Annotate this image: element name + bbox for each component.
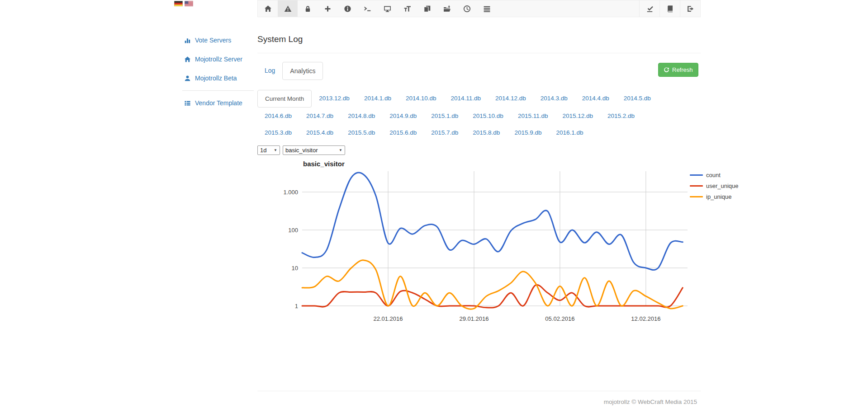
us-flag-icon[interactable] <box>185 1 193 6</box>
svg-text:22.01.2016: 22.01.2016 <box>373 315 403 322</box>
legend-item-count: count <box>690 172 739 178</box>
db-tab-2015-11-db[interactable]: 2015.11.db <box>511 108 555 124</box>
interval-select-value: 1d <box>260 147 266 154</box>
legend-item-user-unique: user_unique <box>690 183 739 189</box>
db-tab-2014-6-db[interactable]: 2014.6.db <box>257 108 299 124</box>
db-tab-2015-10-db[interactable]: 2015.10.db <box>465 108 511 124</box>
db-tab-current-month[interactable]: Current Month <box>257 90 312 108</box>
svg-text:10: 10 <box>292 265 298 272</box>
db-tab-2013-12-db[interactable]: 2013.12.db <box>312 90 357 107</box>
sidebar-item-vendor-template[interactable]: Vendor Template <box>174 94 254 112</box>
legend-label: user_unique <box>706 183 739 189</box>
legend-label: count <box>706 172 721 178</box>
legend-swatch <box>690 185 703 187</box>
legend-label: ip_unique <box>706 193 731 200</box>
db-tab-2015-5-db[interactable]: 2015.5.db <box>341 124 382 141</box>
db-tab-2016-1-db[interactable]: 2016.1.db <box>549 124 590 141</box>
main-panel: System Log LogAnalytics Refresh Current … <box>257 0 701 417</box>
interval-select[interactable]: 1d ▼ <box>257 145 280 155</box>
user-icon <box>184 75 191 82</box>
db-tab-2014-11-db[interactable]: 2014.11.db <box>444 90 489 107</box>
sidebar-item-label: Mojotrollz Beta <box>195 75 237 82</box>
sidebar-item-mojotrollz-server[interactable]: Mojotrollz Server <box>174 50 254 69</box>
footer-text: mojotrollz © WebCraft Media 2015 <box>604 398 697 405</box>
chart-legend: countuser_uniqueip_unique <box>690 172 739 200</box>
svg-text:1.000: 1.000 <box>283 189 298 196</box>
chevron-down-icon: ▼ <box>274 148 277 152</box>
svg-text:29.01.2016: 29.01.2016 <box>459 315 489 322</box>
legend-swatch <box>690 174 703 176</box>
view-tabs: LogAnalytics <box>257 62 323 80</box>
db-tab-2014-12-db[interactable]: 2014.12.db <box>488 90 533 107</box>
metric-select[interactable]: basic_visitor ▼ <box>283 145 345 155</box>
legend-swatch <box>690 196 703 197</box>
svg-text:12.02.2016: 12.02.2016 <box>631 315 660 322</box>
sidebar-item-mojotrollz-beta[interactable]: Mojotrollz Beta <box>174 69 254 88</box>
german-flag-icon[interactable] <box>174 1 183 6</box>
sidebar: Vote ServersMojotrollz ServerMojotrollz … <box>174 31 254 112</box>
tab-log[interactable]: Log <box>257 62 282 79</box>
footer-divider <box>257 391 701 391</box>
db-tab-2014-4-db[interactable]: 2014.4.db <box>575 90 617 107</box>
db-tab-row: 2014.6.db2014.7.db2014.8.db2014.9.db2015… <box>257 108 710 124</box>
db-tab-row: 2015.3.db2015.4.db2015.5.db2015.6.db2015… <box>257 124 710 141</box>
svg-text:1: 1 <box>295 303 298 309</box>
sidebar-item-label: Vendor Template <box>195 99 242 107</box>
chart-area: 1101001.00022.01.201629.01.201605.02.201… <box>257 159 764 331</box>
db-tab-2015-3-db[interactable]: 2015.3.db <box>257 124 299 141</box>
db-tab-2014-9-db[interactable]: 2014.9.db <box>382 108 424 124</box>
bar-chart-icon <box>184 37 191 44</box>
metric-select-value: basic_visitor <box>285 147 318 154</box>
th-list-icon <box>184 100 191 107</box>
chart-controls: 1d ▼ basic_visitor ▼ <box>257 145 345 155</box>
chevron-down-icon: ▼ <box>339 148 342 152</box>
svg-text:basic_visitor: basic_visitor <box>303 160 345 168</box>
analytics-chart: 1101001.00022.01.201629.01.201605.02.201… <box>257 159 764 331</box>
sidebar-item-vote-servers[interactable]: Vote Servers <box>174 31 254 50</box>
tab-analytics[interactable]: Analytics <box>282 62 323 80</box>
home-icon <box>184 56 191 63</box>
db-file-tabs: Current Month2013.12.db2014.1.db2014.10.… <box>257 90 710 141</box>
page-title: System Log <box>257 34 303 44</box>
db-tab-2014-5-db[interactable]: 2014.5.db <box>617 90 658 107</box>
sidebar-item-label: Vote Servers <box>195 37 231 44</box>
db-tab-2014-10-db[interactable]: 2014.10.db <box>398 90 444 107</box>
db-tab-2015-6-db[interactable]: 2015.6.db <box>382 124 424 141</box>
db-tab-2015-12-db[interactable]: 2015.12.db <box>555 108 600 124</box>
db-tab-row: Current Month2013.12.db2014.1.db2014.10.… <box>257 90 710 108</box>
db-tab-2014-1-db[interactable]: 2014.1.db <box>357 90 398 107</box>
language-switcher <box>174 1 193 6</box>
title-divider <box>257 53 701 53</box>
db-tab-2015-4-db[interactable]: 2015.4.db <box>299 124 341 141</box>
refresh-icon <box>664 67 669 73</box>
db-tab-2015-2-db[interactable]: 2015.2.db <box>600 108 642 124</box>
legend-item-ip-unique: ip_unique <box>690 193 739 200</box>
page-container: Vote ServersMojotrollz ServerMojotrollz … <box>174 0 703 417</box>
db-tab-2015-8-db[interactable]: 2015.8.db <box>465 124 507 141</box>
db-tab-2014-8-db[interactable]: 2014.8.db <box>341 108 382 124</box>
db-tab-2015-1-db[interactable]: 2015.1.db <box>424 108 465 124</box>
db-tab-2015-7-db[interactable]: 2015.7.db <box>424 124 465 141</box>
refresh-button[interactable]: Refresh <box>658 63 698 77</box>
refresh-button-label: Refresh <box>672 66 693 73</box>
svg-text:05.02.2016: 05.02.2016 <box>545 315 574 322</box>
svg-text:100: 100 <box>288 227 298 234</box>
db-tab-2014-3-db[interactable]: 2014.3.db <box>533 90 575 107</box>
sidebar-divider <box>182 90 254 91</box>
db-tab-2014-7-db[interactable]: 2014.7.db <box>299 108 341 124</box>
db-tab-2015-9-db[interactable]: 2015.9.db <box>507 124 549 141</box>
sidebar-item-label: Mojotrollz Server <box>195 56 242 63</box>
